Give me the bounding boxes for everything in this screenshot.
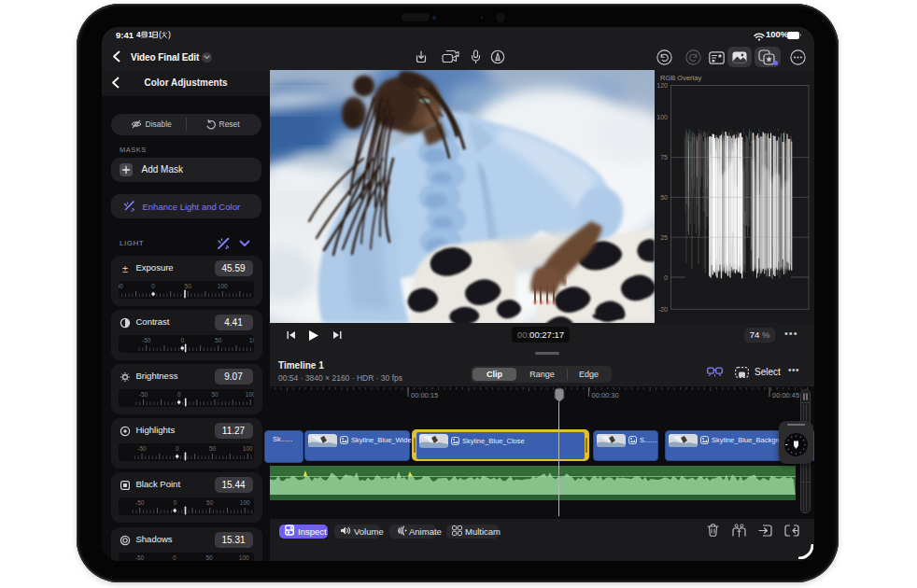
svg-text:25: 25: [660, 234, 668, 241]
svg-text:-50: -50: [137, 445, 147, 452]
svg-text:-50: -50: [134, 554, 144, 561]
svg-text:50: 50: [205, 554, 213, 561]
svg-text:100: 100: [217, 283, 227, 289]
svg-text:0: 0: [172, 554, 176, 561]
svg-text:-20: -20: [657, 306, 667, 313]
svg-text:50: 50: [215, 337, 222, 343]
svg-text:): ): [168, 30, 171, 39]
svg-text:100: 100: [245, 391, 253, 398]
svg-text:50: 50: [660, 194, 668, 201]
svg-text:100: 100: [656, 114, 668, 120]
svg-text:0: 0: [664, 274, 668, 281]
svg-text:RGB Overlay: RGB Overlay: [660, 74, 701, 82]
svg-text:0: 0: [151, 283, 155, 289]
svg-text:1: 1: [148, 31, 152, 39]
svg-text:(: (: [159, 30, 162, 39]
svg-text:50: 50: [206, 499, 214, 506]
svg-text:0: 0: [176, 391, 180, 398]
svg-text:75: 75: [660, 154, 668, 161]
svg-text:0: 0: [175, 445, 178, 452]
svg-text:100: 100: [239, 499, 249, 506]
svg-text:4: 4: [136, 31, 141, 39]
svg-text:50: 50: [184, 283, 191, 289]
svg-text:00:00:30: 00:00:30: [592, 391, 619, 399]
svg-text:100: 100: [248, 337, 253, 343]
svg-text:120: 120: [656, 82, 668, 89]
svg-text:-50: -50: [141, 337, 150, 343]
svg-text:50: 50: [208, 445, 216, 452]
svg-text:-50: -50: [138, 391, 148, 398]
svg-text:100: 100: [238, 554, 248, 561]
svg-text:0: 0: [180, 337, 184, 343]
svg-text:50: 50: [211, 391, 219, 398]
svg-text:±: ±: [121, 263, 127, 274]
svg-text:00:00:15: 00:00:15: [411, 391, 438, 399]
svg-text:100: 100: [242, 445, 252, 452]
svg-text:0: 0: [173, 499, 176, 506]
svg-text:-50: -50: [119, 283, 123, 289]
svg-text:-50: -50: [134, 499, 144, 506]
svg-text:00:00:45: 00:00:45: [772, 391, 799, 399]
